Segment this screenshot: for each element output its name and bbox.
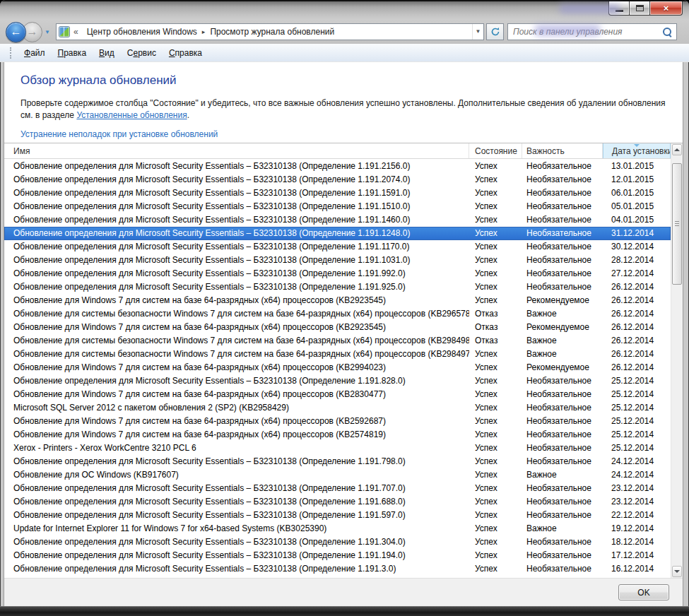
cell-date: 23.12.2014 [603, 495, 671, 509]
redacted-blur [560, 4, 620, 13]
cell-name: Обновление определения для Microsoft Sec… [4, 213, 469, 227]
table-row[interactable]: Обновление для системы безопасности Wind… [4, 334, 671, 348]
breadcrumb-overflow-icon[interactable]: « [72, 27, 83, 37]
breadcrumb-item-windows-update[interactable]: Центр обновления Windows [83, 24, 201, 40]
cell-status: Успех [469, 280, 522, 294]
cell-importance: Необязательное [522, 254, 603, 267]
back-button[interactable]: ← [6, 22, 26, 42]
table-row[interactable]: Обновление определения для Microsoft Sec… [4, 240, 671, 254]
menu-help[interactable]: Справка [163, 46, 208, 60]
column-header-status[interactable]: Состояние [469, 143, 522, 158]
control-panel-icon [59, 27, 69, 37]
maximize-button[interactable] [630, 1, 650, 16]
cell-status: Успех [469, 522, 522, 535]
cell-date: 12.01.2015 [603, 173, 671, 186]
cell-status: Успех [469, 374, 522, 388]
table-row[interactable]: Обновление для Windows 7 для систем на б… [4, 321, 671, 334]
close-button[interactable]: × [650, 1, 683, 16]
table-row[interactable]: Xerox - Printers - Xerox WorkCentre 3210… [4, 442, 671, 455]
table-row[interactable]: Обновление для Windows 7 для систем на б… [4, 415, 671, 428]
column-header-importance[interactable]: Важность [522, 143, 603, 158]
table-row[interactable]: Обновление для системы безопасности Wind… [4, 348, 671, 361]
cell-status: Отказ [469, 321, 522, 334]
breadcrumb[interactable]: « Центр обновления Windows ▸ Просмотр жу… [56, 23, 484, 40]
table-row[interactable]: Обновление определения для Microsoft Sec… [4, 455, 671, 468]
table-row[interactable]: Обновление определения для Microsoft Sec… [4, 254, 671, 267]
cell-name: Обновление определения для Microsoft Sec… [4, 280, 469, 294]
troubleshoot-link[interactable]: Устранение неполадок при установке обнов… [20, 129, 218, 139]
menu-edit[interactable]: Правка [52, 46, 93, 60]
menu-view[interactable]: Вид [93, 46, 121, 60]
table-row[interactable]: Обновление определения для Microsoft Sec… [4, 213, 671, 227]
menu-file[interactable]: Файл [18, 46, 52, 60]
table-row[interactable]: Обновление для ОС Windows (KB917607) Усп… [4, 468, 671, 482]
table-row[interactable]: Обновление определения для Microsoft Sec… [4, 509, 671, 522]
table-row[interactable]: Обновление определения для Microsoft Sec… [4, 535, 671, 549]
ok-button[interactable]: OK [618, 584, 669, 600]
table-row[interactable]: Обновление определения для Microsoft Sec… [4, 280, 671, 294]
cell-name: Обновление определения для Microsoft Sec… [4, 495, 469, 509]
cell-date: 04.01.2015 [603, 213, 671, 227]
page-content: Обзор журнала обновлений Проверьте содер… [4, 62, 683, 578]
cell-name: Обновление определения для Microsoft Sec… [4, 227, 469, 240]
table-row[interactable]: Обновление определения для Microsoft Sec… [4, 482, 671, 495]
cell-importance: Важное [522, 307, 603, 321]
cell-status: Успех [469, 495, 522, 509]
table-row[interactable]: Обновление для Windows 7 для систем на б… [4, 388, 671, 401]
cell-date: 25.12.2014 [603, 401, 671, 415]
search-icon[interactable] [663, 28, 672, 37]
cell-name: Обновление для Windows 7 для систем на б… [4, 388, 469, 401]
table-row[interactable]: Обновление определения для Microsoft Sec… [4, 200, 671, 213]
cell-importance: Необязательное [522, 415, 603, 428]
cell-status: Успех [469, 361, 522, 374]
cell-status: Успех [469, 482, 522, 495]
cell-importance: Необязательное [522, 173, 603, 186]
table-row[interactable]: Обновление для Windows 7 для систем на б… [4, 361, 671, 374]
vertical-scrollbar[interactable] [671, 143, 683, 578]
cell-date: 19.12.2014 [603, 522, 671, 535]
table-row[interactable]: Обновление для системы безопасности Wind… [4, 307, 671, 321]
cell-date: 26.12.2014 [603, 307, 671, 321]
address-dropdown[interactable]: ▼ [472, 24, 483, 40]
table-row[interactable]: Обновление для Windows 7 для систем на б… [4, 294, 671, 307]
table-row[interactable]: Обновление определения для Microsoft Sec… [4, 562, 671, 576]
table-row[interactable]: Обновление определения для Microsoft Sec… [4, 160, 671, 173]
scroll-up-button[interactable] [672, 144, 682, 155]
cell-name: Обновление определения для Microsoft Sec… [4, 267, 469, 280]
cell-name: Обновление для Windows 7 для систем на б… [4, 415, 469, 428]
back-icon: ← [11, 25, 22, 38]
cell-importance: Необязательное [522, 388, 603, 401]
breadcrumb-item-view-history[interactable]: Просмотр журнала обновлений [206, 24, 338, 40]
cell-name: Обновление для Windows 7 для систем на б… [4, 361, 469, 374]
table-row[interactable]: Обновление определения для Microsoft Sec… [4, 173, 671, 186]
scrollbar-thumb[interactable] [672, 163, 682, 285]
cell-date: 30.12.2014 [603, 240, 671, 254]
column-header-install-date[interactable]: Дата установки [603, 143, 671, 158]
table-row[interactable]: Обновление определения для Microsoft Sec… [4, 227, 671, 240]
table-row[interactable]: Microsoft SQL Server 2012 с пакетом обно… [4, 401, 671, 415]
table-row[interactable]: Обновление определения для Microsoft Sec… [4, 495, 671, 509]
cell-name: Обновление определения для Microsoft Sec… [4, 254, 469, 267]
column-header-name[interactable]: Имя [4, 143, 469, 158]
arrow-down-icon [674, 570, 680, 573]
cell-importance: Рекомендуемое [522, 294, 603, 307]
table-row[interactable]: Update for Internet Explorer 11 for Wind… [4, 522, 671, 535]
cell-importance: Необязательное [522, 374, 603, 388]
installed-updates-link[interactable]: Установленные обновления [76, 110, 187, 120]
cell-name: Обновление определения для Microsoft Sec… [4, 374, 469, 388]
scroll-down-button[interactable] [672, 566, 682, 577]
cell-status: Успех [469, 388, 522, 401]
table-row[interactable]: Обновление для Windows 7 для систем на б… [4, 428, 671, 442]
table-row[interactable]: Обновление определения для Microsoft Sec… [4, 374, 671, 388]
refresh-button[interactable] [486, 23, 504, 40]
table-row[interactable]: Обновление определения для Microsoft Sec… [4, 267, 671, 280]
cell-date: 17.12.2014 [603, 549, 671, 562]
cell-importance: Необязательное [522, 200, 603, 213]
sort-descending-icon [634, 144, 640, 147]
cell-name: Обновление определения для Microsoft Sec… [4, 482, 469, 495]
table-row[interactable]: Обновление определения для Microsoft Sec… [4, 549, 671, 562]
table-row[interactable]: Обновление определения для Microsoft Sec… [4, 186, 671, 200]
recent-pages-dropdown[interactable]: ▼ [42, 23, 52, 40]
menu-tools[interactable]: Сервис [121, 46, 163, 60]
cell-importance: Важное [522, 522, 603, 535]
